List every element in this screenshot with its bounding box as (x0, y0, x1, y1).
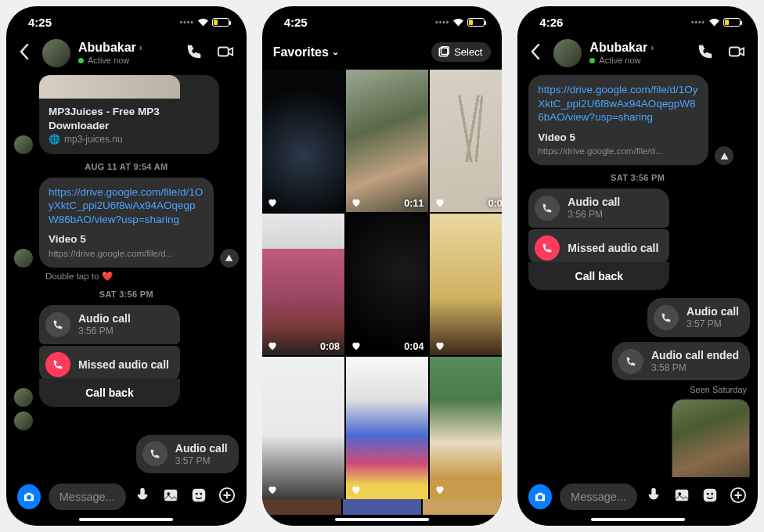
call-time: 3:57 PM (175, 455, 228, 468)
audio-call-button[interactable] (186, 43, 203, 63)
drive-sub: https://drive.google.com/file/d... (538, 146, 699, 157)
select-icon (438, 46, 449, 58)
back-button[interactable] (14, 44, 34, 63)
drive-url[interactable]: https://drive.google.com/file/d/1OyXktC_… (49, 185, 204, 227)
outgoing-call-entry[interactable]: Audio call3:57 PM (525, 298, 750, 337)
svg-point-4 (196, 493, 198, 495)
mic-icon[interactable] (645, 487, 662, 507)
heart-icon (434, 340, 445, 351)
status-bar: 4:25 8 (262, 6, 503, 38)
phone-middle: 4:25 8 Favorites ⌄ Select 0:11 0:05 0:08… (262, 6, 503, 526)
gallery-tile[interactable] (262, 70, 344, 212)
message-drive-link[interactable]: https://drive.google.com/file/d/1OyXktC_… (14, 178, 239, 268)
favorites-dropdown[interactable]: Favorites ⌄ (273, 45, 339, 59)
battery-icon: 8 (723, 18, 741, 27)
message-drive-link[interactable]: https://drive.google.com/file/d/1OyXktC_… (525, 75, 750, 165)
camera-button[interactable] (528, 484, 552, 509)
video-call-button[interactable] (217, 43, 234, 63)
composer: Message... (6, 477, 247, 515)
home-indicator[interactable] (79, 518, 173, 521)
avatar[interactable] (42, 39, 70, 67)
incoming-call-entry[interactable]: Audio call3:56 PM Missed audio call Call… (525, 189, 750, 290)
sent-photo-thumbnail[interactable] (672, 399, 750, 477)
grid-partial-row (262, 499, 503, 515)
gallery-tile[interactable] (262, 357, 344, 499)
home-indicator[interactable] (335, 518, 429, 521)
message-input[interactable]: Message... (49, 483, 126, 510)
svg-point-14 (711, 493, 713, 495)
heart-icon (351, 340, 362, 351)
gallery-tile[interactable]: 0:04 (346, 214, 428, 356)
message-link-card[interactable]: MP3Juices - Free MP3 Downloader 🌐mp3-jui… (14, 75, 239, 154)
call-title: Audio call (568, 195, 620, 209)
heart-icon (351, 197, 362, 208)
chat-scroll[interactable]: MP3Juices - Free MP3 Downloader 🌐mp3-jui… (6, 75, 247, 477)
gallery-tile[interactable]: 0:05 (430, 70, 502, 212)
home-indicator[interactable] (591, 518, 685, 521)
missed-call-title: Missed audio call (568, 241, 658, 255)
contact-name-block[interactable]: Abubakar› Active now (589, 41, 689, 65)
chat-scroll[interactable]: https://drive.google.com/file/d/1OyXktC_… (517, 75, 758, 477)
image-icon[interactable] (673, 487, 690, 507)
wifi-icon (708, 18, 720, 27)
incoming-call-entry[interactable]: Audio call3:56 PM Missed audio call Call… (14, 305, 239, 407)
photo-grid[interactable]: 0:11 0:05 0:08 0:04 (262, 70, 503, 499)
video-duration: 0:04 (404, 341, 423, 352)
svg-rect-12 (704, 489, 717, 502)
drive-sub: https://drive.google.com/file/d... (49, 248, 204, 260)
sent-media[interactable] (525, 399, 750, 477)
outgoing-call-ended[interactable]: Audio call ended3:58 PM (525, 342, 750, 381)
plus-icon[interactable] (730, 487, 747, 507)
svg-rect-10 (676, 490, 689, 501)
forward-button[interactable] (715, 146, 733, 165)
cellular-icon (435, 16, 449, 27)
active-status: Active now (599, 56, 640, 66)
video-call-button[interactable] (728, 43, 745, 63)
call-time: 3:56 PM (568, 209, 620, 221)
forward-button[interactable] (220, 249, 239, 268)
camera-button[interactable] (17, 484, 41, 509)
sticker-icon[interactable] (190, 487, 207, 507)
svg-rect-0 (218, 48, 229, 56)
call-title: Audio call (175, 441, 228, 455)
heart-icon (267, 484, 278, 495)
plus-icon[interactable] (218, 487, 236, 507)
sticker-icon[interactable] (701, 487, 719, 507)
message-input[interactable]: Message... (560, 483, 637, 510)
battery-icon: 9 (212, 18, 229, 27)
globe-icon: 🌐 (49, 134, 60, 146)
call-title: Audio call ended (651, 348, 739, 362)
audio-call-button[interactable] (697, 43, 714, 63)
link-domain: mp3-juices.nu (64, 134, 123, 146)
drive-url[interactable]: https://drive.google.com/file/d/1OyXktC_… (538, 83, 699, 124)
outgoing-call-entry[interactable]: Audio call3:57 PM (14, 435, 239, 474)
sender-avatar (14, 412, 33, 430)
call-title: Audio call (687, 304, 739, 318)
video-duration: 0:11 (404, 198, 423, 209)
image-icon[interactable] (162, 487, 179, 507)
call-title: Audio call (78, 311, 131, 325)
contact-name-block[interactable]: Abubakar› Active now (78, 41, 178, 65)
mic-icon[interactable] (134, 487, 151, 507)
gallery-tile[interactable] (430, 214, 502, 356)
missed-call-icon (535, 235, 560, 261)
contact-name: Abubakar (589, 41, 647, 55)
battery-icon: 8 (467, 18, 485, 27)
chevron-right-icon: › (650, 43, 654, 54)
avatar[interactable] (553, 39, 582, 67)
gallery-tile[interactable] (346, 357, 428, 499)
gallery-tile[interactable]: 0:08 (262, 214, 344, 356)
chevron-down-icon: ⌄ (332, 47, 339, 57)
select-button[interactable]: Select (431, 42, 491, 62)
callback-button[interactable]: Call back (528, 262, 669, 290)
phone-icon (654, 305, 679, 330)
gallery-tile[interactable]: 0:11 (346, 70, 428, 212)
back-button[interactable] (525, 44, 546, 63)
active-status: Active now (88, 56, 129, 66)
callback-button[interactable]: Call back (39, 379, 180, 407)
drive-title: Video 5 (538, 131, 699, 145)
gallery-tile[interactable] (430, 357, 502, 499)
video-duration: 0:05 (488, 198, 503, 209)
heart-icon (267, 340, 278, 351)
cellular-icon (691, 16, 705, 27)
